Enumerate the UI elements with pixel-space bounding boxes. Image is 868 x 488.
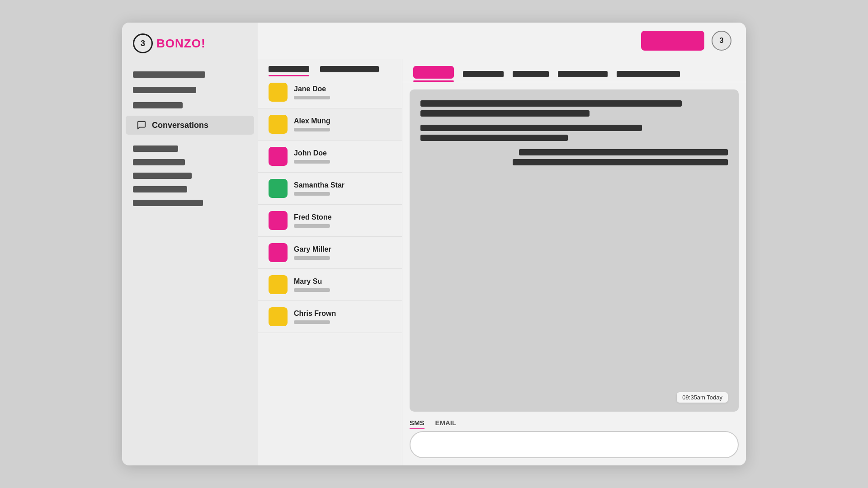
conv-tab-active-underline — [413, 80, 454, 82]
nav-bar-3 — [133, 102, 183, 108]
contact-name-john-doe: John Doe — [294, 149, 330, 157]
content-area: Jane Doe Alex Mung — [258, 59, 746, 465]
contact-name-jane-doe: Jane Doe — [294, 85, 330, 93]
bottom-bar-3 — [133, 173, 192, 179]
conversations-icon — [137, 120, 146, 130]
logo-text: BONZO! — [156, 37, 206, 51]
app-window: 3 BONZO! Conversations — [122, 23, 746, 465]
contact-info-alex-mung: Alex Mung — [294, 117, 330, 131]
contact-name-gary-miller: Gary Miller — [294, 245, 331, 253]
contact-item-mary-su[interactable]: Mary Su — [258, 269, 402, 301]
contact-avatar-alex-mung — [269, 115, 288, 134]
contact-info-jane-doe: Jane Doe — [294, 85, 330, 99]
contact-item-chris-frown[interactable]: Chris Frown — [258, 301, 402, 333]
message-block-right — [420, 149, 728, 165]
contact-avatar-mary-su — [269, 275, 288, 294]
contact-bar-chris-frown — [294, 320, 330, 324]
contact-avatar-jane-doe — [269, 83, 288, 102]
top-header: 3 — [258, 23, 746, 59]
msg-line-1-2 — [420, 110, 590, 117]
contact-bar-gary-miller — [294, 256, 330, 260]
pink-action-button[interactable] — [641, 31, 704, 51]
contact-bar-fred-stone — [294, 224, 330, 228]
contact-bar-alex-mung — [294, 128, 330, 131]
conv-tabs — [402, 59, 746, 82]
contact-avatar-samantha-star — [269, 179, 288, 198]
contact-tab-1[interactable] — [269, 66, 309, 72]
bottom-bar-2 — [133, 159, 185, 165]
bottom-bar-4 — [133, 186, 187, 192]
contact-item-gary-miller[interactable]: Gary Miller — [258, 237, 402, 269]
reply-tabs: SMS EMAIL — [410, 419, 739, 429]
nav-bar-2 — [133, 87, 196, 93]
message-block-2 — [420, 125, 728, 141]
logo-circle: 3 — [133, 33, 153, 53]
conversations-label: Conversations — [152, 121, 208, 130]
contact-avatar-gary-miller — [269, 243, 288, 262]
reply-tab-sms[interactable]: SMS — [410, 419, 425, 429]
msg-line-2-1 — [420, 125, 642, 131]
contact-list: Jane Doe Alex Mung — [258, 76, 402, 465]
contact-tabs — [258, 59, 402, 72]
contact-info-mary-su: Mary Su — [294, 277, 330, 292]
user-avatar[interactable]: 3 — [712, 31, 731, 51]
contact-item-jane-doe[interactable]: Jane Doe — [258, 76, 402, 108]
bottom-bar-5 — [133, 200, 203, 206]
nav-bar-1 — [133, 71, 205, 78]
sidebar-bottom-bars — [122, 142, 258, 210]
conv-tab-5[interactable] — [617, 71, 680, 77]
contact-info-chris-frown: Chris Frown — [294, 310, 336, 324]
contact-info-gary-miller: Gary Miller — [294, 245, 331, 260]
conv-tab-2[interactable] — [463, 71, 504, 77]
contact-bar-samantha-star — [294, 192, 330, 196]
contact-avatar-chris-frown — [269, 307, 288, 326]
contact-name-samantha-star: Samantha Star — [294, 181, 344, 189]
reply-area: SMS EMAIL — [402, 419, 746, 465]
contact-name-fred-stone: Fred Stone — [294, 213, 332, 221]
contact-name-mary-su: Mary Su — [294, 277, 330, 286]
contact-info-samantha-star: Samantha Star — [294, 181, 344, 196]
conv-tab-3[interactable] — [513, 71, 549, 77]
msg-line-r-1 — [519, 149, 728, 155]
contact-tab-2[interactable] — [320, 66, 379, 72]
contact-info-john-doe: John Doe — [294, 149, 330, 164]
contact-bar-john-doe — [294, 160, 330, 164]
message-area: 09:35am Today — [410, 89, 739, 412]
contact-name-chris-frown: Chris Frown — [294, 310, 336, 318]
reply-input[interactable] — [410, 431, 739, 458]
contact-item-fred-stone[interactable]: Fred Stone — [258, 205, 402, 237]
bottom-bar-1 — [133, 145, 178, 152]
conversation-panel: 09:35am Today SMS EMAIL — [402, 59, 746, 465]
reply-tab-email[interactable]: EMAIL — [435, 419, 457, 429]
timestamp-badge: 09:35am Today — [677, 392, 728, 403]
main-content: 3 Jane Doe — [258, 23, 746, 465]
contact-info-fred-stone: Fred Stone — [294, 213, 332, 228]
msg-line-1-1 — [420, 100, 682, 107]
sidebar-nav: Conversations — [122, 68, 258, 210]
contact-avatar-fred-stone — [269, 211, 288, 230]
contact-name-alex-mung: Alex Mung — [294, 117, 330, 125]
contact-item-john-doe[interactable]: John Doe — [258, 141, 402, 173]
sidebar-item-conversations[interactable]: Conversations — [126, 116, 254, 135]
sidebar: 3 BONZO! Conversations — [122, 23, 258, 465]
msg-line-2-2 — [420, 135, 568, 141]
contact-item-samantha-star[interactable]: Samantha Star — [258, 173, 402, 205]
conv-tab-4[interactable] — [558, 71, 608, 77]
contact-avatar-john-doe — [269, 147, 288, 166]
contact-panel: Jane Doe Alex Mung — [258, 59, 402, 465]
conv-tab-active[interactable] — [413, 66, 454, 79]
contact-bar-jane-doe — [294, 96, 330, 99]
contact-bar-mary-su — [294, 288, 330, 292]
msg-line-r-2 — [513, 159, 728, 165]
message-block-1 — [420, 100, 728, 117]
contact-item-alex-mung[interactable]: Alex Mung — [258, 108, 402, 141]
logo-area: 3 BONZO! — [122, 33, 258, 68]
